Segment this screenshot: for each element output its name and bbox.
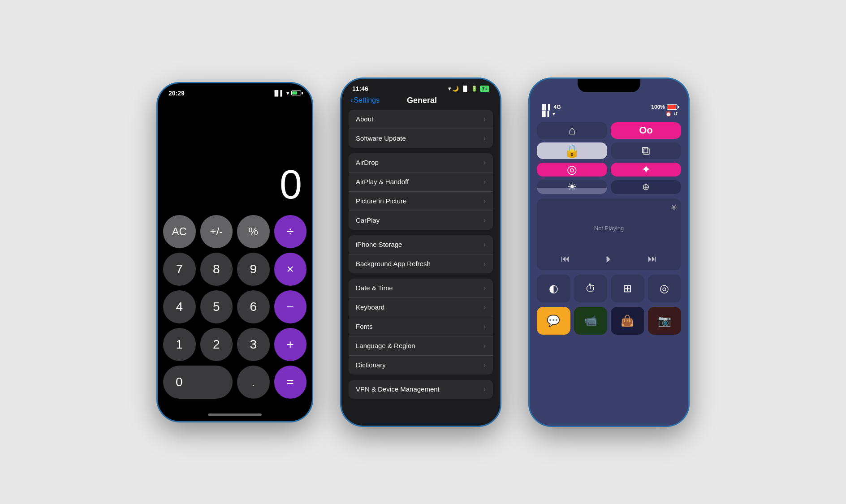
cc-tile-screen-mirror[interactable]: ⧉ [611, 142, 681, 159]
calc-btn-dot[interactable]: . [237, 366, 270, 399]
cc-icon-camera[interactable]: 📷 [648, 307, 682, 335]
cc-battery-pct: 100% [651, 104, 665, 110]
notch-cc [578, 79, 640, 92]
wallet-icon: 👜 [621, 314, 634, 327]
chevron-icon: › [483, 303, 486, 311]
settings-status-icons: ▾ 🌙 ▐▌ 🔋 7+ [448, 86, 489, 92]
cc-tile-extra[interactable]: ⊕ [611, 180, 681, 194]
calc-btn-4[interactable]: 4 [163, 290, 196, 323]
cc-airplay-icon[interactable]: ◉ [671, 203, 677, 210]
chevron-icon: › [483, 241, 486, 249]
settings-row-pip[interactable]: Picture in Picture › [349, 192, 493, 211]
calc-btn-7[interactable]: 7 [163, 253, 196, 286]
settings-row-language[interactable]: Language & Region › [349, 336, 493, 356]
settings-row-iphone-storage[interactable]: iPhone Storage › [349, 235, 493, 254]
cc-icon-facetime[interactable]: 📹 [574, 307, 608, 335]
cc-tile-wifi[interactable]: ◎ [537, 163, 607, 177]
settings-section-5: VPN & Device Management › [349, 380, 493, 399]
chevron-icon: › [483, 115, 486, 123]
settings-phone: 11:46 ▾ 🌙 ▐▌ 🔋 7+ ‹ Settings General [340, 78, 501, 427]
settings-row-vpn[interactable]: VPN & Device Management › [349, 380, 493, 399]
settings-label-background-app: Background App Refresh [356, 260, 431, 267]
settings-row-about[interactable]: About › [349, 110, 493, 129]
calc-display: 0 [158, 97, 312, 215]
settings-battery-pct: 7+ [480, 86, 489, 92]
cc-tile-home[interactable]: ⌂ [537, 122, 607, 139]
calc-btn-minus[interactable]: − [274, 290, 307, 323]
settings-screen: 11:46 ▾ 🌙 ▐▌ 🔋 7+ ‹ Settings General [341, 79, 500, 426]
settings-row-dictionary[interactable]: Dictionary › [349, 356, 493, 375]
notch-calc [203, 83, 266, 96]
settings-label-vpn: VPN & Device Management [356, 385, 440, 393]
cc-icon-night-shift[interactable]: ◐ [537, 275, 570, 302]
calc-btn-2[interactable]: 2 [200, 328, 233, 361]
settings-row-background-app[interactable]: Background App Refresh › [349, 254, 493, 273]
calc-btn-divide[interactable]: ÷ [274, 215, 307, 248]
calc-btn-3[interactable]: 3 [237, 328, 270, 361]
calculator-phone: 20:29 ▐▌▌ ▾ 0 AC +/- % ÷ 7 [156, 82, 313, 422]
cc-icon-timer[interactable]: ⏱ [574, 275, 608, 302]
settings-label-iphone-storage: iPhone Storage [356, 241, 402, 248]
focus-icon: ◎ [660, 282, 669, 295]
messages-icon: 💬 [547, 314, 560, 327]
phones-container: 20:29 ▐▌▌ ▾ 0 AC +/- % ÷ 7 [156, 78, 690, 427]
settings-label-keyboard: Keyboard [356, 303, 384, 311]
settings-label-software-update: Software Update [356, 134, 406, 142]
settings-signal-icon: ▐▌ [461, 86, 469, 92]
cc-icon-messages[interactable]: 💬 [537, 307, 570, 335]
cc-tile-brightness[interactable]: ☀ [537, 180, 607, 194]
settings-wifi-icon: ▾ 🌙 [448, 86, 459, 92]
settings-row-airplay[interactable]: AirPlay & Handoff › [349, 172, 493, 192]
calc-number: 0 [280, 162, 301, 208]
settings-battery-icon: 🔋 [471, 86, 478, 92]
lock-icon: 🔒 [564, 143, 580, 158]
calc-btn-8[interactable]: 8 [200, 253, 233, 286]
calc-btn-1[interactable]: 1 [163, 328, 196, 361]
settings-row-software-update[interactable]: Software Update › [349, 129, 493, 148]
cc-icon-calc[interactable]: ⊞ [611, 275, 644, 302]
settings-label-date-time: Date & Time [356, 284, 393, 292]
play-pause-icon[interactable]: ⏵ [604, 253, 614, 265]
cc-media-controls: ⏮ ⏵ ⏭ [544, 253, 674, 265]
cc-icon-wallet[interactable]: 👜 [611, 307, 644, 335]
calc-btn-plus[interactable]: + [274, 328, 307, 361]
settings-row-airdrop[interactable]: AirDrop › [349, 153, 493, 172]
settings-back-button[interactable]: ‹ Settings [350, 96, 380, 104]
cc-tile-lock[interactable]: 🔒 [537, 142, 607, 159]
cc-battery-fill [667, 105, 676, 109]
chevron-icon: › [483, 284, 486, 292]
settings-row-keyboard[interactable]: Keyboard › [349, 298, 493, 317]
wifi-icon: ▾ [286, 90, 289, 96]
home-bar [208, 414, 262, 416]
settings-section-2: AirDrop › AirPlay & Handoff › Picture in… [349, 153, 493, 230]
calc-btn-9[interactable]: 9 [237, 253, 270, 286]
calc-btn-multiply[interactable]: × [274, 253, 307, 286]
cc-bottom-icons-row1: ◐ ⏱ ⊞ ◎ [537, 275, 681, 302]
settings-row-fonts[interactable]: Fonts › [349, 317, 493, 336]
chevron-icon: › [483, 361, 486, 369]
cc-tile-headphones[interactable]: Oo [611, 122, 681, 139]
rewind-icon[interactable]: ⏮ [561, 254, 570, 264]
calc-btn-0[interactable]: 0 [163, 366, 233, 399]
calc-time: 20:29 [168, 90, 185, 97]
cc-battery-bar [667, 104, 678, 110]
cc-tile-bluetooth[interactable]: ✦ [611, 163, 681, 177]
calc-btn-sign[interactable]: +/- [200, 215, 233, 248]
calc-btn-percent[interactable]: % [237, 215, 270, 248]
bluetooth-icon: ✦ [641, 163, 651, 177]
cc-media-player: ◉ Not Playing ⏮ ⏵ ⏭ [537, 198, 681, 270]
cc-status-right: 100% ⏰ ↺ [651, 104, 678, 117]
settings-row-date-time[interactable]: Date & Time › [349, 279, 493, 298]
settings-label-about: About [356, 115, 373, 123]
chevron-icon: › [483, 134, 486, 142]
settings-row-carplay[interactable]: CarPlay › [349, 211, 493, 230]
fast-forward-icon[interactable]: ⏭ [648, 254, 657, 264]
calc-btn-5[interactable]: 5 [200, 290, 233, 323]
settings-content: About › Software Update › AirDrop › [341, 110, 500, 426]
calc-btn-ac[interactable]: AC [163, 215, 196, 248]
calc-btn-6[interactable]: 6 [237, 290, 270, 323]
settings-label-airplay: AirPlay & Handoff [356, 178, 409, 185]
calc-btn-equals[interactable]: = [274, 366, 307, 399]
cc-icon-focus[interactable]: ◎ [648, 275, 682, 302]
cc-rotation-icon: ↺ [673, 111, 678, 117]
